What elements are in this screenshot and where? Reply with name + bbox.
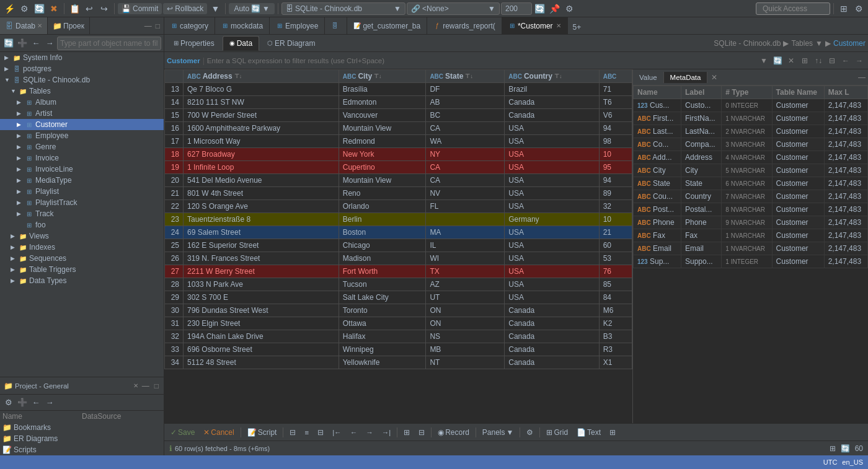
bp-settings-icon[interactable]: ⚙ xyxy=(2,397,15,409)
tree-item-customer[interactable]: ▶⊞Customer xyxy=(0,119,164,130)
nav-first-btn[interactable]: |← xyxy=(329,427,345,437)
tree-add-icon[interactable]: ➕ xyxy=(16,37,29,50)
tab-data[interactable]: ◉ Data xyxy=(223,36,259,51)
tree-item-track[interactable]: ▶⊞Track xyxy=(0,208,164,219)
nav-next-btn[interactable]: → xyxy=(362,427,377,437)
bottom-tree-item-scripts[interactable]: 📝Scripts xyxy=(0,444,164,455)
tree-item-views[interactable]: ▶📁Views xyxy=(0,230,164,242)
toolbar-icon-pin[interactable]: 📌 xyxy=(548,2,562,15)
minimize-left[interactable]: — xyxy=(143,20,153,32)
filter-sort-icon[interactable]: ↑↓ xyxy=(812,55,825,67)
tree-item-mediatype[interactable]: ▶⊞MediaType xyxy=(0,175,164,186)
th-city[interactable]: ABC City ⊤↓ xyxy=(339,70,426,83)
table-row[interactable]: 28 1033 N Park Ave Tucson AZ USA 85 xyxy=(165,278,632,291)
meta-row[interactable]: ABC State State 6 NVARCHAR Customer 2,14… xyxy=(634,177,868,190)
table-row[interactable]: 19 1 Infinite Loop Cupertino CA USA 95 xyxy=(165,161,632,174)
maximize-left[interactable]: □ xyxy=(154,20,161,32)
toolbar-icon-5[interactable]: 📋 xyxy=(68,2,81,15)
tree-item-invoice[interactable]: ▶⊞Invoice xyxy=(0,152,164,164)
filter-nav-back[interactable]: ← xyxy=(839,55,852,67)
tree-item-playlist[interactable]: ▶⊞Playlist xyxy=(0,186,164,197)
rollback-button[interactable]: ↩ Rollback xyxy=(163,3,207,14)
editor-tab-employee[interactable]: ⊞Employee xyxy=(270,17,325,34)
meta-row[interactable]: 123 Cus... Custo... 0 INTEGER Customer 2… xyxy=(634,99,868,112)
table-row[interactable]: 24 69 Salem Street Boston MA USA 21 xyxy=(165,226,632,239)
bp-arrow-right[interactable]: → xyxy=(43,397,56,409)
filter-clear-icon[interactable]: ✕ xyxy=(785,55,797,67)
table-row[interactable]: 21 801 W 4th Street Reno NV USA 89 xyxy=(165,187,632,200)
table-container[interactable]: ABC Address ⊤↓ ABC City ⊤↓ ABC State ⊤↓ … xyxy=(164,69,632,423)
th-address[interactable]: ABC Address ⊤↓ xyxy=(184,70,339,83)
meta-row[interactable]: ABC City City 5 NVARCHAR Customer 2,147,… xyxy=(634,164,868,177)
tree-item-album[interactable]: ▶⊞Album xyxy=(0,97,164,108)
align-center-btn[interactable]: ≡ xyxy=(301,427,312,437)
filter-refresh-icon[interactable]: 🔄 xyxy=(771,55,784,67)
meta-row[interactable]: ABC Co... Compa... 3 NVARCHAR Customer 2… xyxy=(634,138,868,151)
bottom-panel-maximize[interactable]: □ xyxy=(153,380,160,392)
tree-filter-input[interactable] xyxy=(57,37,161,50)
align-left-btn[interactable]: ⊟ xyxy=(286,427,299,438)
table-row[interactable]: 14 8210 111 ST NW Edmonton AB Canada T6 xyxy=(165,96,632,109)
bp-arrow-left[interactable]: ← xyxy=(30,397,42,409)
toolbar-icon-settings2[interactable]: ⚙ xyxy=(563,2,577,15)
meta-th-table[interactable]: Table Name xyxy=(772,86,824,99)
toolbar-icon-layout[interactable]: ⊞ xyxy=(837,2,851,15)
tab-properties[interactable]: ⊞ Properties xyxy=(167,36,221,51)
text-button[interactable]: 📄 Text xyxy=(573,427,604,438)
commit-button[interactable]: 💾 Commit xyxy=(118,3,162,14)
th-state[interactable]: ABC State ⊤↓ xyxy=(426,70,505,83)
th-country[interactable]: ABC Country ⊤↓ xyxy=(505,70,599,83)
tree-item-artist[interactable]: ▶⊞Artist xyxy=(0,108,164,119)
meta-row[interactable]: ABC Last... LastNa... 2 NVARCHAR Custome… xyxy=(634,125,868,138)
meta-tab-close[interactable]: ✕ xyxy=(707,71,721,84)
table-row[interactable]: 17 1 Microsoft Way Redmond WA USA 98 xyxy=(165,135,632,148)
panels-button[interactable]: Panels ▼ xyxy=(479,427,518,438)
meta-row[interactable]: ABC Add... Address 4 NVARCHAR Customer 2… xyxy=(634,151,868,164)
table-row[interactable]: 29 302 S 700 E Salt Lake City UT USA 84 xyxy=(165,291,632,304)
toolbar-icon-refresh[interactable]: 🔄 xyxy=(533,2,547,15)
tree-item-sqlite---chinook.db[interactable]: ▼🗄SQLite - Chinook.db xyxy=(0,74,164,85)
table-row[interactable]: 27 2211 W Berry Street Fort Worth TX USA… xyxy=(165,265,632,278)
record-button[interactable]: ◉ Record xyxy=(434,427,473,438)
meta-th-type[interactable]: # Type xyxy=(722,86,772,99)
filter-input[interactable] xyxy=(207,57,755,64)
tree-item-postgres[interactable]: ▶🗄postgres xyxy=(0,63,164,74)
filter-col-icon[interactable]: ⊞ xyxy=(799,55,811,67)
tree-item-genre[interactable]: ▶⊞Genre xyxy=(0,141,164,152)
align-right-btn[interactable]: ⊟ xyxy=(314,427,327,438)
tree-item-table-triggers[interactable]: ▶📁Table Triggers xyxy=(0,264,164,275)
tree-item-system-info[interactable]: ▶📁System Info xyxy=(0,52,164,63)
toolbar-icon-3[interactable]: 🔄 xyxy=(32,2,46,15)
tree-arrow-right[interactable]: → xyxy=(43,37,56,50)
tree-item-data-types[interactable]: ▶📁Data Types xyxy=(0,275,164,286)
bottom-panel-minimize[interactable]: — xyxy=(141,380,151,392)
editor-tab-mockdata[interactable]: ⊞mockdata xyxy=(215,17,270,34)
th-rownum[interactable] xyxy=(165,70,184,83)
tab-er-diagram[interactable]: ⬡ ER Diagram xyxy=(260,36,322,51)
tree-refresh-icon[interactable]: 🔄 xyxy=(2,37,15,50)
editor-tab-getcustomerba[interactable]: 📝get_customer_ba xyxy=(347,17,427,34)
db-selector[interactable]: 🗄 SQLite - Chinook.db ▼ xyxy=(281,2,405,15)
tree-item-employee[interactable]: ▶⊞Employee xyxy=(0,130,164,141)
table-row[interactable]: 30 796 Dundas Street West Toronto ON Can… xyxy=(165,304,632,317)
toolbar-icon-2[interactable]: ⚙ xyxy=(17,2,31,15)
tab-datab-close[interactable]: ✕ xyxy=(37,22,42,29)
script-button[interactable]: 📝 Script xyxy=(244,427,281,438)
meta-table-container[interactable]: Name Label # Type Table Name Max L 123 C… xyxy=(633,85,868,423)
table-row[interactable]: 31 230 Elgin Street Ottawa ON Canada K2 xyxy=(165,317,632,330)
meta-row[interactable]: ABC Email Email 1 NVARCHAR Customer 2,14… xyxy=(634,242,868,255)
toolbar-icon-arrow[interactable]: ▼ xyxy=(208,2,222,15)
meta-row[interactable]: ABC Cou... Country 7 NVARCHAR Customer 2… xyxy=(634,190,868,203)
toolbar-icon-7[interactable]: ↪ xyxy=(97,2,111,15)
tree-item-playlisttrack[interactable]: ▶⊞PlaylistTrack xyxy=(0,197,164,208)
meta-th-name[interactable]: Name xyxy=(634,86,681,99)
max-rows[interactable]: 200 xyxy=(501,2,532,15)
table-row[interactable]: 18 627 Broadway New York NY USA 10 xyxy=(165,148,632,161)
status-export-icon[interactable]: ⊞ xyxy=(830,444,836,453)
tree-item-indexes[interactable]: ▶📁Indexes xyxy=(0,242,164,253)
save-button[interactable]: ✓ Save xyxy=(167,427,198,438)
meta-tab-metadata[interactable]: MetaData xyxy=(664,72,708,83)
meta-row[interactable]: ABC Fax Fax 1 NVARCHAR Customer 2,147,48… xyxy=(634,229,868,242)
tree-item-invoiceline[interactable]: ▶⊞InvoiceLine xyxy=(0,164,164,175)
meta-minimize[interactable]: — xyxy=(858,73,866,82)
